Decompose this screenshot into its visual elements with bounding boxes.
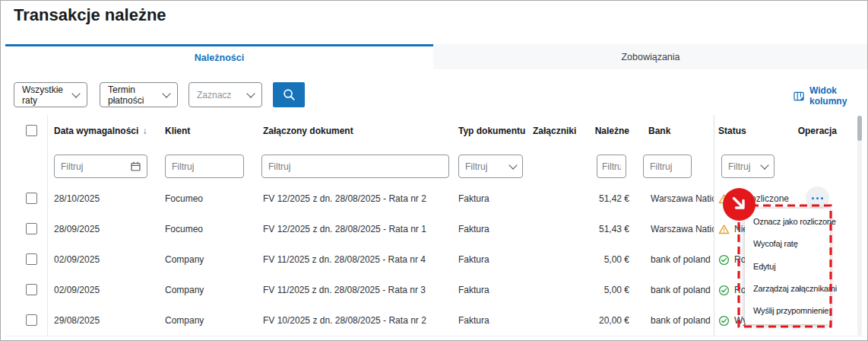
chevron-down-icon <box>508 161 517 169</box>
table-row[interactable]: 02/09/2025 Company FV 11/2025 z dn. 28/0… <box>5 244 865 276</box>
page-title: Transakcje należne <box>14 5 166 25</box>
row-checkbox[interactable] <box>26 314 37 326</box>
chevron-down-icon <box>246 89 255 97</box>
column-header-date[interactable]: Data wymagalności ↓ <box>54 115 157 147</box>
column-header-type-label: Typ dokumentu <box>458 126 525 136</box>
cell-document: FV 10/2025 z dn. 28/08/2025 - Rata nr 2 <box>263 315 426 326</box>
check-circle-icon <box>718 285 730 296</box>
row-checkbox[interactable] <box>26 223 37 234</box>
installments-dropdown-value: Wszystkie raty <box>22 84 73 106</box>
column-header-document[interactable]: Załączony dokument <box>263 115 455 147</box>
filter-status-placeholder: Filtruj <box>728 161 750 172</box>
filter-type-dropdown[interactable]: Filtruj <box>458 155 523 178</box>
search-icon <box>282 88 296 102</box>
chevron-down-icon <box>71 89 80 97</box>
filter-client-input[interactable] <box>165 155 244 178</box>
check-circle-icon <box>718 315 730 327</box>
select-dropdown-placeholder: Zaznacz <box>197 90 231 100</box>
cell-date: 29/08/2025 <box>54 315 100 326</box>
cell-date: 02/09/2025 <box>54 254 100 265</box>
warning-icon <box>718 193 730 205</box>
column-header-document-label: Załączony dokument <box>263 126 353 136</box>
cell-due: 5,00 € <box>604 285 629 295</box>
tab-naleznosci-label: Należności <box>195 53 244 63</box>
cell-client: Company <box>165 315 204 326</box>
table-row[interactable]: 02/09/2025 Company FV 11/2025 z dn. 28/0… <box>5 275 865 306</box>
filter-date-input[interactable]: Filtruj <box>54 155 147 178</box>
column-header-due-label: Należne <box>595 126 629 136</box>
column-header-bank-label: Bank <box>648 126 670 136</box>
cell-type: Faktura <box>458 285 489 295</box>
cell-date: 02/09/2025 <box>54 285 100 295</box>
dot-icon <box>821 197 824 200</box>
table-filter-row: Filtruj Filtruj Filtruj <box>5 147 865 184</box>
cell-document: FV 11/2025 z dn. 28/08/2025 - Rata nr 4 <box>263 254 426 265</box>
cell-document: FV 12/2025 z dn. 28/08/2025 - Rata nr 2 <box>263 193 426 204</box>
cell-date: 28/09/2025 <box>54 224 100 234</box>
cell-date: 28/10/2025 <box>54 193 100 204</box>
filter-status-dropdown[interactable]: Filtruj <box>721 155 775 178</box>
column-header-status-label: Status <box>718 126 746 136</box>
dot-icon <box>816 197 819 200</box>
select-dropdown[interactable]: Zaznacz <box>188 82 262 107</box>
due-date-dropdown[interactable]: Termin płatności <box>100 82 178 107</box>
check-circle-icon <box>718 254 730 266</box>
row-checkbox[interactable] <box>26 284 37 295</box>
cell-client: Focumeo <box>165 193 203 204</box>
table-row[interactable]: 28/10/2025 Focumeo FV 12/2025 z dn. 28/0… <box>5 183 865 215</box>
scrollbar-thumb[interactable] <box>857 116 862 141</box>
scrollbar-track <box>857 116 862 336</box>
column-header-client-label: Klient <box>165 126 190 136</box>
column-view-icon <box>794 91 805 102</box>
chevron-down-icon <box>162 89 170 97</box>
search-button[interactable] <box>273 82 305 107</box>
tab-naleznosci[interactable]: Należności <box>5 44 433 69</box>
column-header-operation[interactable]: Operacja <box>784 115 837 147</box>
row-checkbox[interactable] <box>26 253 37 265</box>
cell-client: Company <box>165 285 204 295</box>
menu-item-edit[interactable]: Edytuj <box>753 260 830 273</box>
sort-desc-icon: ↓ <box>142 126 147 136</box>
due-date-dropdown-value: Termin płatności <box>108 84 163 106</box>
receivable-transactions-screen: Transakcje należne Należności Zobowiązan… <box>0 0 868 341</box>
cell-bank: bank of poland <box>651 315 711 326</box>
cell-bank: bank of poland <box>651 254 711 265</box>
filter-due-input[interactable] <box>597 155 626 178</box>
cell-bank: Warszawa National B <box>651 224 714 234</box>
filter-document-input[interactable] <box>261 155 449 178</box>
row-actions-menu: Oznacz jako rozliczone Wycofaj ratę Edyt… <box>745 209 830 324</box>
column-header-client[interactable]: Klient <box>165 115 256 147</box>
cell-client: Focumeo <box>165 224 203 234</box>
cell-type: Faktura <box>458 254 489 265</box>
menu-item-withdraw-installment[interactable]: Wycofaj ratę <box>753 237 830 250</box>
filter-type-placeholder: Filtruj <box>465 161 487 172</box>
row-checkbox[interactable] <box>26 193 37 204</box>
warning-icon <box>718 224 730 235</box>
tab-zobowiazania[interactable]: Zobowiązania <box>433 44 868 69</box>
column-header-type[interactable]: Typ dokumentu <box>458 115 531 147</box>
status-label: Nierozliczone <box>734 193 789 204</box>
cell-type: Faktura <box>458 193 489 204</box>
table-row[interactable]: 28/09/2025 Focumeo FV 12/2025 z dn. 28/0… <box>5 214 865 245</box>
column-view-label: Widok kolumny <box>809 85 867 107</box>
cell-due: 5,00 € <box>604 254 629 265</box>
cell-due: 20,00 € <box>599 315 629 326</box>
menu-item-mark-settled[interactable]: Oznacz jako rozliczone <box>753 215 830 228</box>
cell-bank: bank of poland <box>651 285 711 295</box>
select-all-checkbox[interactable] <box>26 125 37 136</box>
column-header-bank[interactable]: Bank <box>648 115 714 147</box>
cell-type: Faktura <box>458 315 489 326</box>
chevron-down-icon <box>760 161 768 169</box>
column-view-button[interactable]: Widok kolumny <box>794 85 867 107</box>
installments-dropdown[interactable]: Wszystkie raty <box>14 82 87 107</box>
row-actions-button[interactable] <box>806 186 829 210</box>
filter-bank-input[interactable] <box>643 155 692 178</box>
cell-document: FV 11/2025 z dn. 28/08/2025 - Rata nr 3 <box>263 285 426 295</box>
table-header-row: Data wymagalności ↓ Klient Załączony dok… <box>5 115 865 148</box>
table-row[interactable]: 29/08/2025 Company FV 10/2025 z dn. 28/0… <box>5 305 865 336</box>
menu-item-manage-attachments[interactable]: Zarządzaj załącznikami <box>753 282 830 295</box>
column-header-due[interactable]: Należne <box>566 115 629 147</box>
menu-item-send-reminder[interactable]: Wyślij przypomnienie <box>753 304 830 317</box>
filter-date-placeholder: Filtruj <box>61 161 83 172</box>
column-header-operation-label: Operacja <box>798 126 837 136</box>
